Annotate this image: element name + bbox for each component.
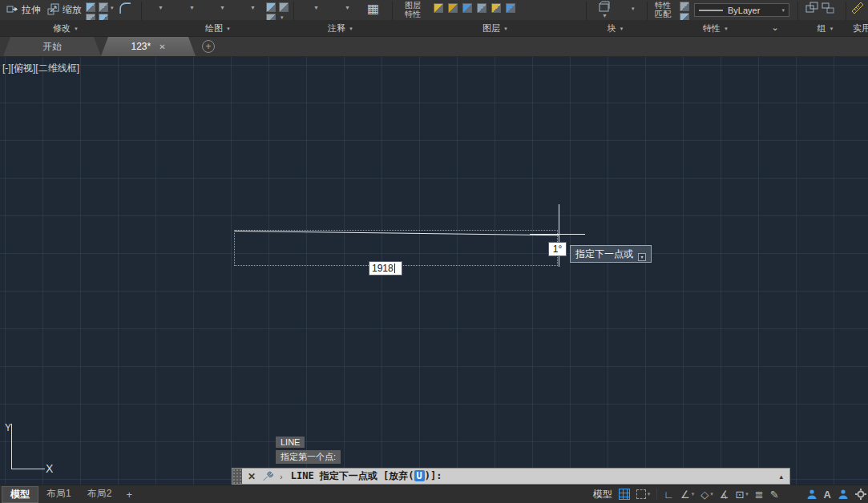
layer-freeze-icon[interactable]	[477, 3, 486, 13]
match-properties-label-line2: 匹配	[655, 10, 671, 18]
modify-tool-icon[interactable]	[99, 2, 108, 12]
new-drawing-button[interactable]: +	[202, 40, 215, 53]
close-icon[interactable]: ✕	[159, 42, 165, 51]
panel-layers-label: 图层	[482, 22, 500, 34]
model-space-button[interactable]: 模型	[593, 488, 612, 501]
layout-tab-layout1[interactable]: 布局1	[38, 486, 79, 503]
polar-tracking-button[interactable]: ∠ ▾	[680, 489, 694, 501]
workspace-switching-button[interactable]	[855, 489, 866, 500]
table-icon[interactable]: ▦	[367, 1, 379, 16]
ribbon-tools-row: 拉伸 缩放 ▾ ▼ ▼ ▼ ▼ ▾	[0, 0, 868, 20]
modify-tool-icon[interactable]	[86, 2, 95, 12]
chevron-down-icon[interactable]: ▾	[111, 5, 114, 11]
dyn-angle-input[interactable]: 1°	[548, 242, 567, 256]
panel-layers[interactable]: 图层 ▼	[482, 22, 508, 34]
dyn-angle-value: 1°	[553, 243, 562, 255]
ucs-x-label: X	[46, 462, 53, 475]
panel-block[interactable]: 块 ▼	[608, 22, 624, 34]
measure-icon[interactable]	[851, 2, 864, 18]
layer-state-icon[interactable]	[448, 3, 458, 13]
properties-tool-icon[interactable]	[680, 2, 689, 11]
ortho-icon: ∟	[664, 489, 674, 501]
file-tab-start[interactable]: 开始	[3, 37, 101, 56]
viewport-controls[interactable]: [-][俯视][二维线框]	[2, 62, 79, 75]
snap-mode-button[interactable]: ▾	[636, 489, 651, 499]
new-layout-button[interactable]: +	[126, 489, 132, 501]
scale-button[interactable]: 缩放	[44, 2, 85, 18]
person-icon	[806, 489, 818, 500]
annotation-visibility-button[interactable]: A	[824, 489, 831, 501]
stretch-button[interactable]: 拉伸	[3, 2, 44, 18]
chevron-down-icon: ▼	[226, 26, 231, 31]
object-snap-button[interactable]: ⊡ ▾	[735, 489, 748, 501]
ortho-mode-button[interactable]: ∟	[664, 489, 674, 501]
lineweight-button[interactable]: ≣	[755, 489, 764, 501]
ribbon: 拉伸 缩放 ▾ ▼ ▼ ▼ ▼ ▾	[0, 0, 868, 37]
customize-wrench-icon[interactable]	[262, 471, 273, 482]
dyn-length-input[interactable]: 1918	[369, 261, 402, 276]
object-snap-tracking-button[interactable]: ∡	[720, 489, 729, 501]
panel-properties[interactable]: 特性 ▼	[703, 22, 729, 34]
panel-draw[interactable]: 绘图 ▼	[205, 22, 231, 34]
ungroup-icon[interactable]	[822, 2, 834, 18]
file-tab-drawing[interactable]: 123* ✕	[101, 37, 196, 56]
command-option-undo[interactable]: U	[414, 470, 425, 481]
drawing-canvas[interactable]	[0, 57, 868, 485]
draw-tool-icon[interactable]	[266, 2, 276, 12]
match-properties-label-line1: 特性	[655, 1, 671, 10]
fillet-icon[interactable]	[119, 2, 132, 18]
text-dropdown-icon[interactable]: ▼	[313, 5, 319, 10]
dyn-length-value: 1918	[372, 263, 394, 274]
layer-onoff-icon[interactable]	[506, 3, 515, 13]
history-prompt-badge: 指定第一个点:	[276, 450, 341, 464]
layer-properties-button[interactable]: 图层 特性	[398, 1, 428, 18]
group-icon[interactable]	[805, 2, 818, 18]
recent-commands-icon[interactable]: ›	[280, 472, 283, 481]
chevron-down-icon: ▼	[620, 26, 624, 31]
command-history-toggle-icon[interactable]: ▴	[779, 473, 783, 481]
layout-tab-model[interactable]: 模型	[2, 486, 38, 503]
match-properties-button[interactable]: 特性 匹配	[649, 1, 676, 18]
share-button[interactable]	[838, 489, 849, 500]
layer-isolate-icon[interactable]	[462, 3, 472, 13]
collaborate-button[interactable]	[806, 489, 818, 500]
polyline-dropdown-icon[interactable]: ▼	[189, 5, 195, 10]
line-dropdown-icon[interactable]: ▼	[158, 5, 164, 10]
history-command-badge: LINE	[276, 437, 305, 448]
layer-state-icon[interactable]	[434, 3, 443, 13]
chevron-down-icon: ▼	[74, 26, 79, 31]
dimension-dropdown-icon[interactable]: ▼	[345, 5, 350, 10]
chevron-down-icon: ▾	[781, 7, 785, 14]
chevron-down-icon: ▼	[503, 26, 508, 31]
panel-group[interactable]: 组 ▼	[818, 22, 834, 34]
draw-tool-icon[interactable]	[279, 2, 289, 12]
dynamic-input-button[interactable]: ✎	[770, 489, 779, 501]
panel-modify[interactable]: 修改 ▼	[53, 22, 79, 34]
isometric-drafting-button[interactable]: ◇ ▾	[700, 489, 713, 501]
command-prompt: LINE 指定下一点或 [放弃(U)]:	[291, 469, 442, 483]
grid-display-icon[interactable]	[619, 489, 630, 500]
cancel-command-icon[interactable]: ✕	[248, 471, 256, 482]
crosshair-cursor	[559, 204, 559, 267]
bylayer-combobox[interactable]: ByLayer ▾	[694, 3, 789, 17]
command-line[interactable]: ✕ › LINE 指定下一点或 [放弃(U)]: ▴	[232, 468, 790, 485]
circle-dropdown-icon[interactable]: ▼	[220, 5, 225, 10]
layer-lock-icon[interactable]	[491, 3, 501, 13]
insert-dropdown-icon[interactable]: ▼	[602, 13, 608, 18]
block-more-icon[interactable]: ▾	[632, 6, 635, 12]
panel-utilities[interactable]: 实用	[853, 22, 868, 34]
layout-tab-layout2[interactable]: 布局2	[79, 486, 120, 503]
stretch-icon	[6, 3, 18, 18]
command-drag-handle[interactable]	[232, 469, 242, 484]
panel-annotate-label: 注释	[328, 22, 345, 34]
ucs-x-axis	[11, 469, 45, 469]
layer-properties-label-line2: 特性	[405, 10, 421, 18]
ucs-y-axis	[11, 424, 12, 469]
file-tab-start-label: 开始	[42, 40, 62, 54]
properties-launcher[interactable]: ⌄	[771, 22, 778, 33]
panel-block-label: 块	[608, 22, 616, 34]
object-snap-icon: ⊡	[735, 489, 744, 501]
status-separator	[656, 489, 657, 500]
panel-annotate[interactable]: 注释 ▼	[328, 22, 353, 34]
arc-dropdown-icon[interactable]: ▼	[250, 5, 256, 10]
